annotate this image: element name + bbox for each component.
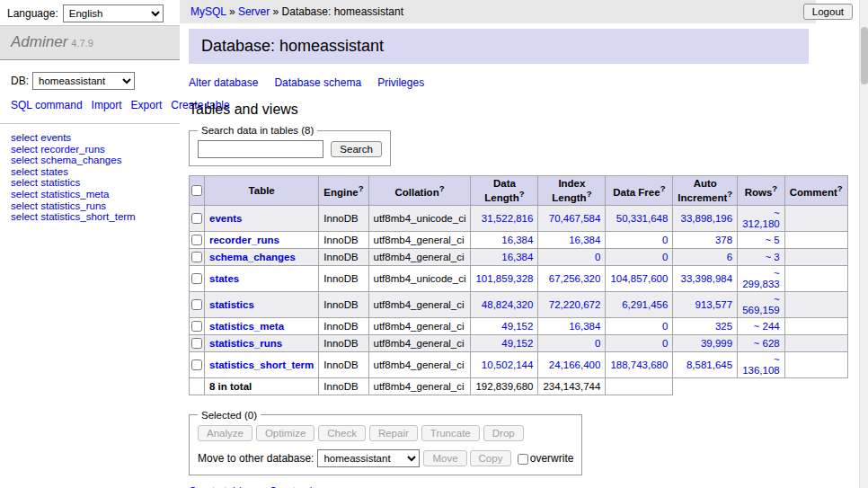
table-name-link[interactable]: events xyxy=(209,213,242,224)
analyze-button[interactable]: Analyze xyxy=(198,425,252,441)
sidebar-select-link[interactable]: select schema_changes xyxy=(11,155,169,166)
truncate-button[interactable]: Truncate xyxy=(421,425,480,441)
index-length-link[interactable]: 16,384 xyxy=(569,321,600,332)
data-free-link[interactable]: 0 xyxy=(662,235,668,245)
sidebar-select-link[interactable]: select events xyxy=(11,132,169,144)
overwrite-checkbox[interactable] xyxy=(518,454,528,465)
rows-link[interactable]: ~ 299,833 xyxy=(742,268,780,289)
drop-button[interactable]: Drop xyxy=(483,425,524,441)
table-name-link[interactable]: statistics_runs xyxy=(209,338,282,349)
sidebar-select-link[interactable]: select states xyxy=(11,166,169,178)
breadcrumb-link[interactable]: Server xyxy=(238,5,270,18)
sidebar-select-link[interactable]: select statistics xyxy=(11,177,169,189)
data-length-link[interactable]: 49,152 xyxy=(501,338,533,349)
index-length-link[interactable]: 16,384 xyxy=(569,235,600,245)
row-checkbox[interactable] xyxy=(191,213,202,224)
table-name-link[interactable]: statistics xyxy=(209,299,254,310)
index-length-link[interactable]: 0 xyxy=(595,252,600,262)
logout-button[interactable]: Logout xyxy=(803,4,853,20)
data-length-link[interactable]: 48,824,320 xyxy=(482,299,534,310)
help-marker[interactable]: ? xyxy=(587,189,592,199)
row-checkbox[interactable] xyxy=(191,252,202,262)
sidebar-select-link[interactable]: select recorder_runs xyxy=(11,144,169,155)
help-marker[interactable]: ? xyxy=(837,183,843,193)
row-checkbox[interactable] xyxy=(191,359,202,370)
repair-button[interactable]: Repair xyxy=(369,425,418,441)
db-nav-link[interactable]: Database schema xyxy=(274,76,361,89)
sidebar-select-link[interactable]: select statistics_short_term xyxy=(11,211,169,223)
rows-link[interactable]: ~ 628 xyxy=(754,338,780,349)
overwrite-label[interactable]: overwrite xyxy=(530,452,574,465)
sidebar-action-link[interactable]: SQL command xyxy=(11,99,83,111)
search-input[interactable] xyxy=(198,140,323,158)
row-checkbox[interactable] xyxy=(191,235,202,245)
help-marker[interactable]: ? xyxy=(772,183,777,193)
data-length-link[interactable]: 31,522,816 xyxy=(482,213,534,224)
data-length-link[interactable]: 49,152 xyxy=(501,321,533,332)
data-length-link[interactable]: 10,502,144 xyxy=(482,359,534,370)
help-marker[interactable]: ? xyxy=(519,189,525,199)
table-name-link[interactable]: recorder_runs xyxy=(209,235,279,245)
rows-link[interactable]: ~ 5 xyxy=(765,235,779,245)
row-checkbox[interactable] xyxy=(191,338,202,349)
rows-link[interactable]: ~ 569,159 xyxy=(742,294,780,315)
help-marker[interactable]: ? xyxy=(359,183,364,193)
db-select[interactable]: homeassistant xyxy=(32,72,135,90)
db-nav-link[interactable]: Alter database xyxy=(189,76,258,89)
auto-increment-link[interactable]: 325 xyxy=(715,321,732,332)
auto-increment-link[interactable]: 6 xyxy=(727,252,732,262)
auto-increment-link[interactable]: 39,999 xyxy=(701,338,732,349)
db-nav-link[interactable]: Privileges xyxy=(377,76,424,89)
index-length-link[interactable]: 70,467,584 xyxy=(549,213,601,224)
breadcrumb-link[interactable]: MySQL xyxy=(190,5,226,18)
row-checkbox[interactable] xyxy=(191,321,202,332)
rows-link[interactable]: ~ 136,108 xyxy=(742,354,780,376)
vertical-scrollbar[interactable] xyxy=(859,0,868,488)
language-select[interactable]: English xyxy=(63,4,164,22)
help-marker[interactable]: ? xyxy=(660,183,666,193)
auto-increment-link[interactable]: 33,898,196 xyxy=(681,213,733,224)
sidebar-action-link[interactable]: Export xyxy=(131,99,163,111)
auto-increment-link[interactable]: 33,398,984 xyxy=(681,273,733,284)
sidebar-select-link[interactable]: select statistics_meta xyxy=(11,189,169,200)
data-free-link[interactable]: 104,857,600 xyxy=(610,273,668,284)
data-free-link[interactable]: 6,291,456 xyxy=(622,299,668,310)
table-name-link[interactable]: statistics_short_term xyxy=(209,359,314,370)
index-length-link[interactable]: 0 xyxy=(595,338,600,349)
data-free-link[interactable]: 50,331,648 xyxy=(616,213,669,224)
row-checkbox[interactable] xyxy=(191,299,202,310)
rows-link[interactable]: ~ 3 xyxy=(765,252,779,262)
table-name-link[interactable]: statistics_meta xyxy=(209,321,284,332)
data-length-link[interactable]: 16,384 xyxy=(501,252,533,262)
auto-increment-link[interactable]: 378 xyxy=(715,235,732,245)
sidebar-select-link[interactable]: select statistics_runs xyxy=(11,200,169,212)
select-all-checkbox[interactable] xyxy=(191,185,202,196)
table-name-link[interactable]: states xyxy=(209,273,239,284)
auto-increment-link[interactable]: 913,577 xyxy=(695,299,733,310)
search-button[interactable]: Search xyxy=(331,141,381,157)
row-checkbox[interactable] xyxy=(191,273,202,284)
data-free-link[interactable]: 0 xyxy=(662,321,668,332)
index-length-link[interactable]: 67,256,320 xyxy=(549,273,601,284)
optimize-button[interactable]: Optimize xyxy=(256,425,314,441)
table-name-link[interactable]: schema_changes xyxy=(209,252,296,262)
data-free-link[interactable]: 0 xyxy=(662,252,668,262)
index-length-link[interactable]: 24,166,400 xyxy=(549,359,601,370)
data-length-link[interactable]: 16,384 xyxy=(501,235,533,245)
check-button[interactable]: Check xyxy=(318,425,366,441)
move-button[interactable]: Move xyxy=(423,450,466,466)
help-marker[interactable]: ? xyxy=(439,183,445,193)
auto-increment-link[interactable]: 8,581,645 xyxy=(686,359,732,370)
data-free-link[interactable]: 0 xyxy=(662,338,668,349)
rows-link[interactable]: ~ 244 xyxy=(754,321,780,332)
rows-link[interactable]: ~ 312,180 xyxy=(742,208,780,229)
data-length-link[interactable]: 101,859,328 xyxy=(475,273,533,284)
move-db-select[interactable]: homeassistant xyxy=(317,449,420,467)
copy-button[interactable]: Copy xyxy=(470,450,512,466)
adminer-brand-link[interactable]: Adminer xyxy=(11,33,67,50)
help-marker[interactable]: ? xyxy=(727,189,732,199)
sidebar-action-link[interactable]: Import xyxy=(92,99,122,111)
data-free-link[interactable]: 188,743,680 xyxy=(610,359,668,370)
scrollbar-thumb[interactable] xyxy=(861,27,868,84)
index-length-link[interactable]: 72,220,672 xyxy=(549,299,601,310)
